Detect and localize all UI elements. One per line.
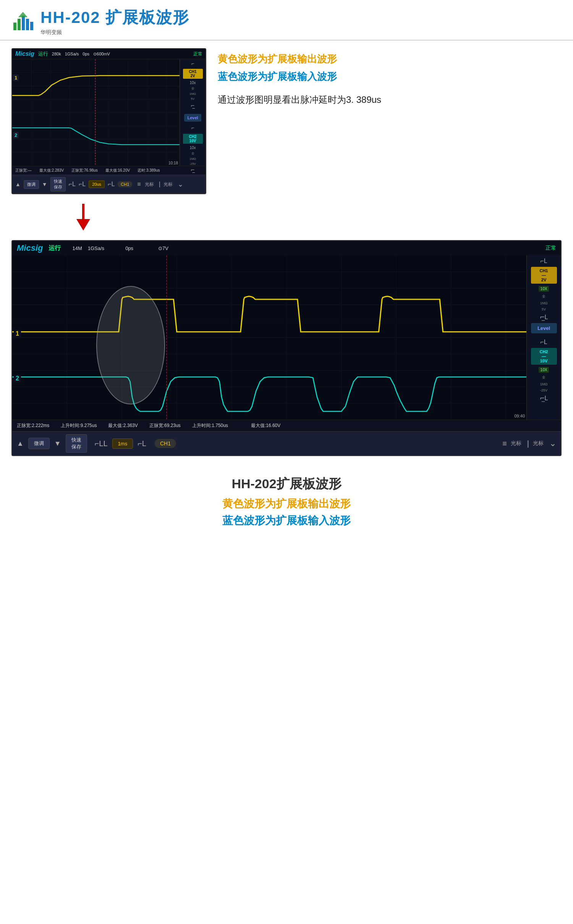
- footer-blue: 蓝色波形为扩展板输入波形: [11, 513, 562, 528]
- large-stat-risetime1: 上升时间:9.275us: [61, 422, 97, 429]
- red-arrow: [76, 204, 90, 231]
- large-stat-risetime2: 上升时间:1.750us: [192, 422, 228, 429]
- osc-large-timestamp: 09:40: [514, 414, 525, 418]
- ch2-box-large[interactable]: CH2 — 10V: [531, 348, 557, 365]
- stat-maxval1: 最大值:2.283V: [39, 168, 64, 173]
- fine-adj-btn[interactable]: 微调: [24, 180, 39, 189]
- up-arrow-icon[interactable]: ▲: [15, 181, 21, 187]
- pulse-icon-3: ⌐L: [108, 181, 115, 188]
- osc-large-stats: 正脉宽:2.222ms 上升时间:9.275us 最大值:2.363V 正脉宽:…: [12, 420, 561, 431]
- osc-small-right-panel: ⌐ CH1 2V 10x 全 1MΩ 5V ⌐̲ Level ⌐ CH2 10V: [180, 59, 206, 166]
- large-fine-adj-btn[interactable]: 微调: [28, 438, 50, 449]
- ch1-x10: 10x: [189, 81, 196, 85]
- osc-small-stats: 正脉宽:— 最大值:2.283V 正脉宽:76.98us 最大值:16.20V …: [12, 166, 206, 175]
- large-cursor-icon-left[interactable]: ≡: [502, 439, 507, 448]
- cursor-icon-left[interactable]: ≡: [137, 181, 141, 188]
- ch2-box-small[interactable]: CH2 10V: [183, 134, 203, 144]
- large-stat-poswidth2: 正脉宽:69.23us: [149, 422, 181, 429]
- large-up-arrow-icon[interactable]: ▲: [17, 440, 24, 448]
- osc-small-timebase: 280k: [52, 52, 61, 56]
- large-expand-icon[interactable]: ⌄: [549, 438, 556, 448]
- large-quick-save-btn[interactable]: 快速保存: [66, 434, 87, 453]
- ch2-large-indicator: 2: [14, 375, 21, 382]
- osc-small-volref: ⊙600mV: [93, 52, 110, 57]
- large-ch1-round-btn[interactable]: CH1: [155, 439, 176, 448]
- company-logo: [11, 11, 34, 32]
- ch1-large-pulse-up: ⌐L: [540, 258, 547, 265]
- ch1-large-indicator: 1: [14, 330, 21, 338]
- ch1-round-btn[interactable]: CH1: [118, 181, 132, 187]
- logo-area: HH-202 扩展板波形 华明变频: [40, 7, 189, 36]
- osc-small-brand: Micsig: [15, 50, 34, 57]
- annotation-blue: 蓝色波形为扩展板输入波形: [218, 70, 562, 83]
- large-cursor-label-left: 光标: [511, 440, 521, 447]
- ch1-pulse-up-icon: ⌐: [191, 61, 194, 67]
- footer-section: HH-202扩展板波形 黄色波形为扩展板输出波形 蓝色波形为扩展板输入波形: [0, 464, 573, 543]
- company-name: 华明变频: [40, 29, 62, 36]
- stat-delay: 迟时:3.389us: [138, 168, 160, 173]
- ch2-offset: -25V: [189, 162, 196, 166]
- level-box-large[interactable]: Level: [531, 323, 557, 333]
- large-pulse-icon-2: ⌐L: [138, 439, 146, 448]
- osc-small-normalstatus: 正常: [193, 51, 202, 57]
- ch2-pulse-down-icon: ⌐̲: [191, 167, 195, 173]
- large-cursor-icon-right[interactable]: |: [527, 439, 529, 448]
- quick-save-btn[interactable]: 快速保存: [50, 177, 66, 192]
- stat-maxval2: 最大值:16.20V: [105, 168, 130, 173]
- large-time-div-btn[interactable]: 1ms: [112, 438, 133, 449]
- svg-rect-3: [26, 19, 29, 30]
- large-pulse-icon-1: ⌐LL: [95, 439, 108, 448]
- cursor-icon-right[interactable]: |: [159, 181, 160, 188]
- expand-icon[interactable]: ⌄: [178, 180, 183, 188]
- large-down-arrow-icon[interactable]: ▼: [54, 440, 61, 448]
- ch2-indicator: 2: [13, 132, 19, 138]
- time-div-btn[interactable]: 20us: [89, 180, 105, 188]
- cursor-label-left: 光标: [145, 181, 154, 188]
- svg-rect-4: [30, 22, 33, 30]
- ch1-impedance: 1MΩ: [189, 92, 196, 96]
- annotations-panel: 黄色波形为扩展板输出波形 蓝色波形为扩展板输入波形 通过波形图明显看出脉冲延时为…: [218, 48, 562, 112]
- ch1-large-pulse-down: ⌐̲L: [540, 313, 548, 321]
- ch1-pulse-down-icon: ⌐̲: [191, 103, 195, 109]
- osc-large-topbar: Micsig 运行 14M 1GSa/s 0ps ⊙7V 正常: [12, 241, 561, 255]
- osc-large-samplerate: 1GSa/s: [88, 245, 104, 251]
- ch2-x10: 10x: [189, 146, 196, 150]
- stat-poswidth1: 正脉宽:—: [15, 168, 32, 173]
- pulse-icon-2: ⌐L: [79, 181, 86, 188]
- ch1-large-x10: 10X: [539, 286, 549, 292]
- arrow-head: [76, 219, 90, 231]
- osc-small-cursor: 0ps: [83, 52, 89, 56]
- osc-large-status: 运行: [49, 244, 61, 252]
- osc-large-controls: ▲ 微调 ▼ 快速保存 ⌐LL 1ms ⌐L CH1 ≡ 光标 | 光标 ⌄: [12, 431, 561, 455]
- oscilloscope-large: Micsig 运行 14M 1GSa/s 0ps ⊙7V 正常: [11, 240, 562, 456]
- ch2-large-offset: -25V: [540, 388, 547, 392]
- zoom-ellipse: [96, 286, 165, 404]
- ch1-coupling: 全: [191, 86, 194, 91]
- footer-yellow: 黄色波形为扩展板输出波形: [11, 497, 562, 511]
- large-stat-maxval: 最大值:2.363V: [108, 422, 138, 429]
- osc-large-timebase: 14M: [72, 245, 82, 251]
- down-arrow-icon[interactable]: ▼: [42, 181, 47, 187]
- level-box-small[interactable]: Level: [184, 114, 201, 122]
- large-cursor-label-right: 光标: [533, 440, 544, 447]
- ch1-large-coupling: 全: [542, 294, 545, 299]
- arrow-shaft: [82, 204, 84, 219]
- page-title: HH-202 扩展板波形: [40, 7, 189, 28]
- ch1-box-small[interactable]: CH1 2V: [183, 69, 203, 79]
- ch2-large-pulse-down: ⌐̲L: [540, 395, 548, 402]
- ch1-box-large[interactable]: CH1 — 2V: [531, 267, 557, 284]
- ch1-large-impedance: 1MΩ: [540, 301, 547, 305]
- stat-poswidth2: 正脉宽:76.98us: [71, 168, 97, 173]
- large-cursor-controls: ≡ 光标 | 光标 ⌄: [502, 438, 556, 448]
- svg-rect-2: [22, 16, 25, 30]
- osc-small-status: 运行: [38, 50, 48, 57]
- oscilloscope-small: Micsig 运行 280k 1GSa/s 0ps ⊙600mV 正常: [11, 48, 206, 194]
- osc-large-volref: ⊙7V: [158, 245, 168, 251]
- svg-rect-1: [18, 19, 21, 30]
- ch2-large-impedance: 1MΩ: [540, 382, 547, 386]
- ch2-large-coupling: 全: [542, 375, 545, 380]
- oscilloscope-large-container: Micsig 运行 14M 1GSa/s 0ps ⊙7V 正常: [0, 236, 573, 464]
- ch2-large-x10: 10X: [539, 367, 549, 373]
- large-stat-maxval2: 最大值:16.60V: [251, 422, 280, 429]
- svg-marker-5: [18, 12, 28, 17]
